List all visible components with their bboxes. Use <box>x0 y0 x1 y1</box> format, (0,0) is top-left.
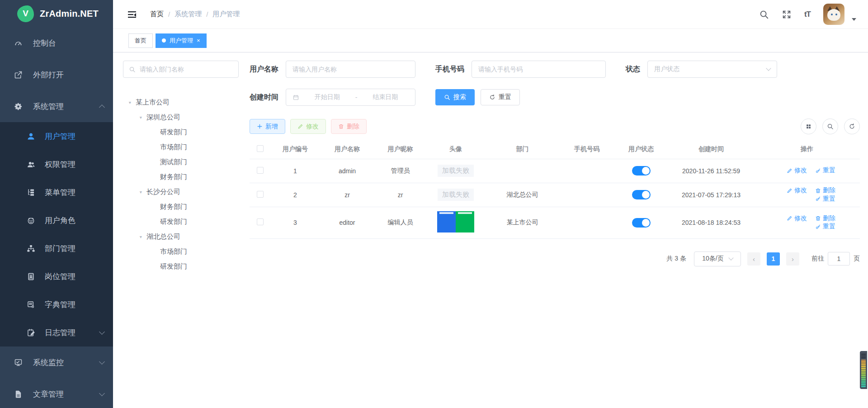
row-reset-password-link[interactable]: 重置 <box>815 195 835 203</box>
department-search-input[interactable] <box>140 66 233 73</box>
page-size-select[interactable]: 10条/页 <box>694 251 741 266</box>
sidebar-collapse-icon[interactable] <box>127 9 137 20</box>
status-select[interactable]: 用户状态 <box>647 61 777 78</box>
tab-user-management[interactable]: 用户管理 × <box>156 33 207 48</box>
created-time-label: 创建时间 <box>250 93 278 102</box>
search-button[interactable]: 搜索 <box>435 89 475 105</box>
goto-page-input[interactable] <box>828 252 850 266</box>
refresh-table-button[interactable] <box>844 119 860 134</box>
cell-phone <box>560 207 614 238</box>
col-nickname: 用户昵称 <box>374 140 426 159</box>
cell-actions: 修改 删除 重置 <box>754 207 860 238</box>
tabbar: 首页 用户管理 × <box>113 29 868 52</box>
pencil-icon <box>787 215 793 221</box>
tree-caret-icon[interactable] <box>138 190 143 195</box>
sidebar-item-log-management[interactable]: 日志管理 <box>0 318 113 346</box>
sidebar-item-department-management[interactable]: 部门管理 <box>0 234 113 262</box>
add-button[interactable]: 新增 <box>250 119 285 134</box>
phone-input[interactable] <box>478 66 599 73</box>
sidebar-item-user-management[interactable]: 用户管理 <box>0 122 113 150</box>
user-menu-caret-icon[interactable] <box>852 18 856 21</box>
username-input[interactable] <box>292 66 409 73</box>
goto-prefix: 前往 <box>811 255 824 263</box>
tree-node-label: 财务部门 <box>160 203 187 211</box>
tree-node[interactable]: 市场部门 <box>123 140 239 155</box>
row-delete-link[interactable]: 删除 <box>815 214 835 223</box>
scrollbar-widget[interactable] <box>860 351 867 389</box>
col-user-id: 用户编号 <box>270 140 320 159</box>
sidebar-item-external-open[interactable]: 外部打开 <box>0 59 113 90</box>
avatar[interactable] <box>823 4 844 25</box>
sidebar-item-menu-management[interactable]: 菜单管理 <box>0 178 113 206</box>
edit-button[interactable]: 修改 <box>290 119 326 134</box>
tree-node[interactable]: 财务部门 <box>123 199 239 214</box>
row-reset-password-link[interactable]: 重置 <box>815 223 835 231</box>
pencil-icon <box>297 123 303 129</box>
tab-home[interactable]: 首页 <box>128 33 153 48</box>
row-checkbox[interactable] <box>257 167 264 174</box>
search-icon[interactable] <box>759 9 769 19</box>
tree-caret-icon[interactable] <box>138 115 143 120</box>
sidebar-item-system-monitor[interactable]: 系统监控 <box>0 346 113 378</box>
cell-username: admin <box>320 159 374 183</box>
status-toggle[interactable] <box>632 218 651 228</box>
date-range-picker[interactable]: 开始日期 - 结束日期 <box>286 89 415 106</box>
tree-node[interactable]: 研发部门 <box>123 214 239 229</box>
tree-node[interactable]: 研发部门 <box>123 259 239 274</box>
col-phone: 手机号码 <box>560 140 614 159</box>
trash-icon <box>815 215 821 221</box>
tree-node[interactable]: 测试部门 <box>123 155 239 170</box>
row-edit-link[interactable]: 修改 <box>787 166 807 175</box>
row-checkbox[interactable] <box>257 218 264 225</box>
tree-caret-icon[interactable] <box>127 100 132 105</box>
reset-button[interactable]: 重置 <box>481 89 520 105</box>
row-edit-link[interactable]: 修改 <box>787 214 807 223</box>
app-logo[interactable]: V ZrAdmin.NET <box>0 0 113 27</box>
status-toggle[interactable] <box>632 190 651 199</box>
row-delete-link[interactable]: 删除 <box>815 186 835 195</box>
sidebar-item-dashboard[interactable]: 控制台 <box>0 27 113 59</box>
qr-code-green <box>456 211 474 232</box>
font-size-icon[interactable]: tT <box>804 10 811 19</box>
tab-label: 首页 <box>135 37 146 45</box>
tree-node[interactable]: 深圳总公司 <box>123 110 239 125</box>
tree-caret-icon[interactable] <box>138 234 143 240</box>
delete-button[interactable]: 删除 <box>331 119 367 134</box>
cell-created-time: 2021-07-05 17:29:13 <box>668 183 754 207</box>
select-all-checkbox[interactable] <box>257 145 264 152</box>
tree-node[interactable]: 财务部门 <box>123 170 239 185</box>
row-delete-label: 删除 <box>823 186 835 195</box>
row-reset-label: 重置 <box>823 166 835 175</box>
sidebar-item-post-management[interactable]: 岗位管理 <box>0 262 113 290</box>
trash-icon <box>815 188 821 194</box>
show-search-button[interactable] <box>822 119 838 134</box>
prev-page-button[interactable]: ‹ <box>747 252 760 266</box>
phone-label: 手机号码 <box>435 65 464 74</box>
next-page-button[interactable]: › <box>786 252 799 266</box>
tree-node[interactable]: 湖北总公司 <box>123 229 239 244</box>
column-settings-button[interactable] <box>801 119 816 134</box>
sidebar-item-system-management[interactable]: 系统管理 <box>0 90 113 122</box>
tab-close-icon[interactable]: × <box>197 38 200 43</box>
cell-nickname: 管理员 <box>374 159 426 183</box>
sidebar-item-user-role[interactable]: 用户角色 <box>0 206 113 234</box>
row-edit-link[interactable]: 修改 <box>787 186 807 195</box>
sidebar-item-article-management[interactable]: 文章管理 <box>0 378 113 408</box>
fullscreen-icon[interactable] <box>782 9 792 19</box>
page-number-button[interactable]: 1 <box>767 252 780 266</box>
cell-department: 湖北总公司 <box>485 183 560 207</box>
pagination-total: 共 3 条 <box>666 255 686 263</box>
tree-node[interactable]: 研发部门 <box>123 125 239 140</box>
tree-node-label: 研发部门 <box>160 128 187 137</box>
tree-node[interactable]: 长沙分公司 <box>123 185 239 199</box>
tree-node[interactable]: 某上市公司 <box>123 95 239 110</box>
cell-phone <box>560 183 614 207</box>
tree-node[interactable]: 市场部门 <box>123 244 239 259</box>
sidebar-item-permission-management[interactable]: 权限管理 <box>0 150 113 178</box>
row-checkbox[interactable] <box>257 191 264 198</box>
breadcrumb-home[interactable]: 首页 <box>150 10 164 19</box>
row-edit-label: 修改 <box>794 186 807 195</box>
row-reset-password-link[interactable]: 重置 <box>815 166 835 175</box>
sidebar-item-dictionary-management[interactable]: 字典管理 <box>0 290 113 318</box>
status-toggle[interactable] <box>632 166 651 176</box>
